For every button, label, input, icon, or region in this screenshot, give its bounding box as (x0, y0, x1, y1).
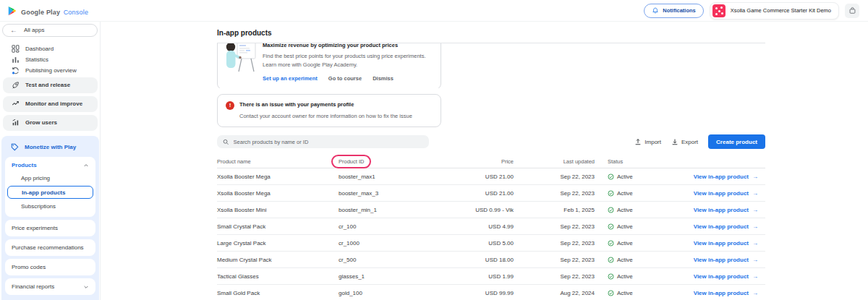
column-header-last-updated: Last updated (514, 158, 595, 165)
product-id-cell: booster_max_3 (339, 190, 447, 197)
arrow-right-icon: → (752, 190, 758, 197)
sidebar-item-monitor-and-improve[interactable]: Monitor and improve (3, 96, 98, 112)
sidebar-item-publishing-overview[interactable]: Publishing overview (1, 65, 100, 76)
last-updated-cell: Aug 22, 2024 (514, 290, 595, 296)
sidebar-item-app-pricing[interactable]: App pricing (5, 171, 95, 185)
product-name-cell: Small Crystal Pack (217, 223, 339, 230)
active-check-icon (608, 223, 614, 230)
sidebar-item-price-experiments[interactable]: Price experiments (5, 220, 95, 236)
sidebar-item-label: Promo codes (12, 264, 46, 270)
column-header-product-id: Product ID (339, 158, 364, 165)
sidebar: ← All apps Dashboard Statistics (0, 22, 101, 300)
sidebar-item-in-app-products[interactable]: In-app products (7, 186, 93, 199)
sidebar-item-label: Statistics (25, 56, 48, 63)
xsolla-app-icon (712, 4, 726, 17)
sidebar-item-label: Monetize with Play (25, 144, 76, 150)
bag-icon (848, 7, 856, 14)
price-cell: USD 21.00 (447, 190, 514, 197)
view-in-app-product-link[interactable]: View in-app product (694, 290, 749, 296)
product-id-cell: cr_1000 (339, 240, 447, 247)
arrow-right-icon: → (752, 273, 758, 280)
product-name-cell: Tactical Glasses (217, 273, 339, 280)
active-check-icon (608, 173, 614, 180)
last-updated-cell: Sep 22, 2023 (514, 257, 595, 263)
set-up-experiment-button[interactable]: Set up an experiment (263, 75, 318, 82)
active-check-icon (608, 273, 614, 280)
status-cell: Active (595, 223, 674, 230)
go-to-course-button[interactable]: Go to course (328, 75, 362, 82)
sidebar-item-promo-codes[interactable]: Promo codes (5, 259, 95, 275)
sidebar-item-label: Price experiments (12, 225, 58, 231)
product-name-cell: Xsolla Booster Mega (217, 190, 339, 197)
play-triangle-icon (7, 6, 17, 16)
status-cell: Active (595, 273, 674, 280)
column-header-price: Price (447, 158, 514, 165)
product-id-cell: cr_100 (339, 223, 447, 230)
product-id-cell: booster_min_1 (339, 207, 447, 213)
app-name: Xsolla Game Commerce Starter Kit Demo (731, 7, 831, 14)
search-icon (223, 139, 229, 145)
product-name-cell: Large Crystal Pack (217, 240, 339, 247)
sidebar-item-label: App pricing (21, 175, 50, 181)
last-updated-cell: Sep 22, 2023 (514, 190, 595, 197)
all-apps-back-button[interactable]: ← All apps (2, 24, 98, 37)
view-in-app-product-link[interactable]: View in-app product (694, 223, 749, 230)
view-in-app-product-link[interactable]: View in-app product (694, 207, 749, 213)
column-header-product-name: Product name (217, 158, 339, 165)
table-row: Small Gold Packgold_100USD 99.99Aug 22, … (217, 285, 765, 300)
dismiss-button[interactable]: Dismiss (373, 75, 393, 82)
search-input[interactable] (234, 139, 423, 145)
table-row: Xsolla Booster Minibooster_min_1USD 0.99… (217, 202, 765, 218)
sidebar-item-products[interactable]: Products (5, 157, 95, 171)
create-product-button[interactable]: Create product (708, 134, 765, 149)
sidebar-item-test-and-release[interactable]: Test and release (3, 77, 98, 93)
arrow-right-icon: → (752, 290, 758, 296)
status-cell: Active (595, 290, 674, 296)
app-switcher-chip[interactable]: Xsolla Game Commerce Starter Kit Demo (710, 2, 839, 20)
active-check-icon (608, 240, 614, 247)
import-button[interactable]: Import (634, 138, 661, 145)
status-cell: Active (595, 173, 674, 180)
export-label: Export (681, 139, 698, 145)
view-in-app-product-link[interactable]: View in-app product (694, 190, 749, 197)
arrow-right-icon: → (752, 173, 758, 180)
active-check-icon (608, 207, 614, 213)
google-play-console-logo[interactable]: Google Play Console (7, 4, 88, 17)
all-apps-label: All apps (24, 27, 44, 33)
logo-text-google-play: Google Play (21, 9, 60, 16)
price-cell: USD 21.00 (447, 173, 514, 180)
product-name-cell: Small Gold Pack (217, 290, 339, 296)
products-table: Product name Product ID Price Last updat… (217, 155, 765, 300)
view-in-app-product-link[interactable]: View in-app product (694, 273, 749, 280)
sidebar-item-financial-reports[interactable]: Financial reports (5, 278, 95, 295)
price-experiment-banner: Maximize revenue by optimizing your prod… (217, 43, 441, 88)
warning-title: There is an issue with your payments pro… (239, 101, 432, 108)
price-cell: USD 18.00 (447, 257, 514, 263)
last-updated-cell: Sep 22, 2023 (514, 223, 595, 230)
sidebar-item-purchase-recommendations[interactable]: Purchase recommendations (5, 239, 95, 256)
notifications-button[interactable]: Notifications (644, 4, 703, 18)
sidebar-item-subscriptions[interactable]: Subscriptions (5, 200, 95, 213)
google-play-console: Google Play Console Notifications Xsolla… (0, 0, 868, 300)
view-in-app-product-link[interactable]: View in-app product (694, 240, 749, 247)
export-button[interactable]: Export (671, 138, 698, 145)
sidebar-item-statistics[interactable]: Statistics (1, 54, 100, 65)
table-row: Xsolla Booster Megabooster_max_3USD 21.0… (217, 185, 765, 202)
product-id-cell: booster_max1 (339, 173, 447, 180)
sidebar-item-dashboard[interactable]: Dashboard (1, 43, 100, 54)
banner-body: Find the best price points for your prod… (263, 52, 432, 69)
sidebar-item-grow-users[interactable]: Grow users (3, 115, 98, 131)
product-name-cell: Medium Crystal Pack (217, 257, 339, 263)
sidebar-item-label: Financial reports (12, 283, 54, 290)
table-row: Medium Crystal Packcr_500USD 18.00Sep 22… (217, 252, 765, 268)
table-row: Tactical Glassesglasses_1USD 1.99Sep 22,… (217, 268, 765, 285)
sidebar-item-monetize-with-play[interactable]: Monetize with Play (4, 140, 97, 154)
banner-illustration (224, 43, 258, 76)
active-check-icon (608, 290, 614, 296)
app-shell: ← All apps Dashboard Statistics (0, 22, 868, 300)
view-in-app-product-link[interactable]: View in-app product (694, 257, 749, 263)
store-bag-icon-button[interactable] (845, 4, 859, 18)
sidebar-item-label: Test and release (25, 82, 70, 88)
search-box[interactable] (217, 135, 429, 148)
view-in-app-product-link[interactable]: View in-app product (694, 173, 749, 180)
